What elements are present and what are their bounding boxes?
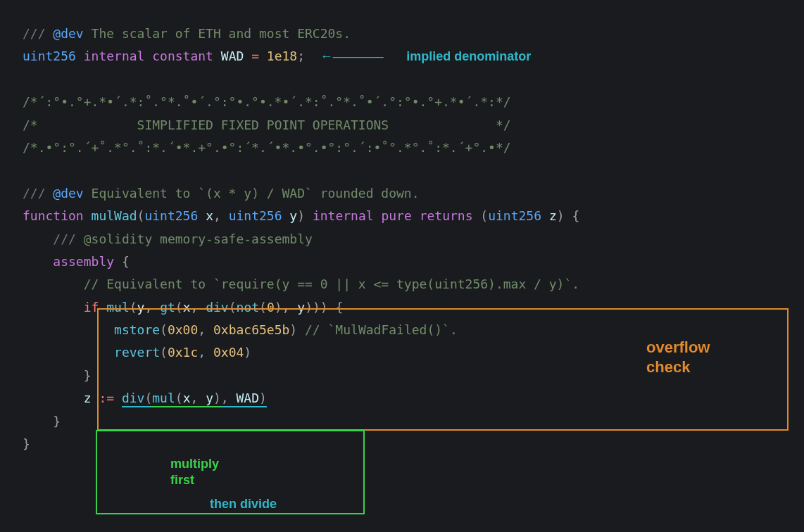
mul-underline: mul [152, 391, 175, 407]
code-line: function mulWad(uint256 x, uint256 y) in… [23, 208, 579, 223]
code-line: /// @solidity memory-safe-assembly [23, 232, 313, 246]
code-line: revert(0x1c, 0x04) [23, 345, 251, 360]
banner-line: /*.•°:°.´+˚.*°.˚:*.´•*.+°.•°:´*.´•*.•°.•… [23, 140, 511, 155]
banner-line: /* SIMPLIFIED FIXED POINT OPERATIONS */ [23, 118, 511, 132]
code-line: /// @dev Equivalent to `(x * y) / WAD` r… [23, 186, 420, 201]
code-line: if mul(y, gt(x, div(not(0), y))) { [23, 300, 343, 315]
code-line: } [23, 436, 30, 451]
code-block: /// @dev The scalar of ETH and most ERC2… [23, 23, 579, 455]
code-line: z := div(mul(x, y), WAD) [23, 391, 267, 407]
arrow-icon: ←———— [320, 49, 384, 63]
banner-line: /*´:°•.°+.*•´.*:˚.°*.˚•´.°:°•.°•.*•´.*:˚… [23, 94, 511, 109]
code-line: } [23, 368, 92, 383]
div-underline: div [122, 391, 145, 407]
code-line: uint256 internal constant WAD = 1e18; ←—… [23, 49, 531, 63]
code-line: mstore(0x00, 0xbac65e5b) // `MulWadFaile… [23, 322, 458, 337]
annotation-implied-denominator: implied denominator [406, 49, 531, 63]
code-line: } [23, 414, 61, 429]
annotation-then-divide: then divide [210, 493, 277, 515]
code-line: assembly { [23, 254, 130, 269]
code-line: // Equivalent to `require(y == 0 || x <=… [23, 277, 579, 291]
annotation-multiply-first: multiply first [170, 456, 219, 488]
annotation-overflow-check: overflow check [646, 338, 710, 376]
code-line: /// @dev The scalar of ETH and most ERC2… [23, 26, 351, 41]
